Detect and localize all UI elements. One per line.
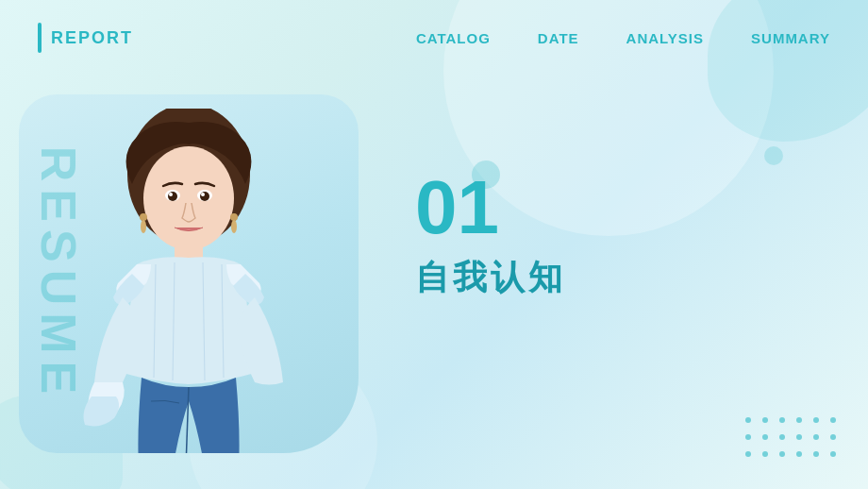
svg-point-10 [168, 192, 177, 201]
dot [779, 451, 785, 457]
dot [745, 417, 751, 423]
nav-catalog[interactable]: CATALOG [416, 30, 491, 46]
dot [813, 451, 819, 457]
brand-bar-icon [38, 23, 42, 53]
dot [830, 451, 836, 457]
dot [745, 451, 751, 457]
section-number: 01 [415, 170, 811, 245]
nav-links: CATALOG DATE ANALYSIS SUMMARY [416, 30, 830, 46]
main-content: RESUME [0, 76, 868, 489]
dot [762, 451, 768, 457]
svg-point-4 [140, 213, 147, 221]
dot [813, 417, 819, 423]
nav-summary[interactable]: SUMMARY [751, 30, 830, 46]
dot [796, 417, 802, 423]
portrait-card: RESUME [19, 94, 359, 453]
nav-analysis[interactable]: ANALYSIS [626, 30, 704, 46]
brand-text: REPORT [51, 28, 133, 48]
section-title: 自我认知 [415, 255, 811, 301]
dot [830, 417, 836, 423]
dot-grid-decoration [745, 417, 840, 461]
dot [745, 434, 751, 440]
navbar: REPORT CATALOG DATE ANALYSIS SUMMARY [0, 0, 868, 76]
svg-point-12 [169, 193, 173, 196]
dot [762, 434, 768, 440]
svg-point-1 [143, 146, 234, 250]
svg-point-11 [200, 192, 209, 201]
svg-point-7 [231, 220, 237, 233]
dot [813, 434, 819, 440]
nav-date[interactable]: DATE [538, 30, 579, 46]
section-info: 01 自我认知 [396, 132, 830, 339]
dot [796, 434, 802, 440]
dot [779, 417, 785, 423]
svg-point-13 [201, 193, 205, 196]
svg-point-6 [230, 213, 238, 221]
dot [779, 434, 785, 440]
brand: REPORT [38, 23, 133, 53]
svg-point-5 [141, 220, 146, 233]
dot [762, 417, 768, 423]
person-illustration [61, 109, 316, 453]
dot [830, 434, 836, 440]
dot [796, 451, 802, 457]
person-photo [57, 104, 321, 453]
